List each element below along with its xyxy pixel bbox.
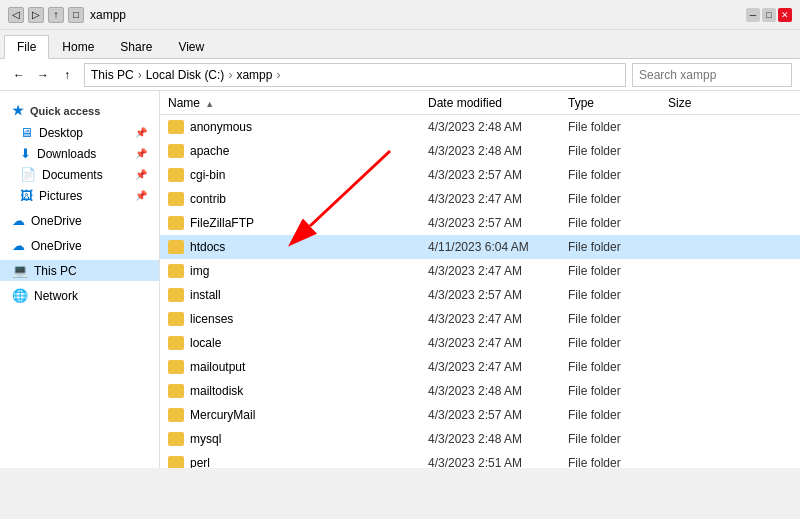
sidebar-item-network[interactable]: 🌐 Network [0,285,159,306]
tab-share[interactable]: Share [107,35,165,58]
col-header-date[interactable]: Date modified [428,96,568,110]
sort-arrow-name: ▲ [205,99,214,109]
sidebar-item-pictures[interactable]: 🖼 Pictures 📌 [0,185,159,206]
sidebar-section-this-pc: 💻 This PC [0,260,159,281]
file-type: File folder [568,216,668,230]
file-type: File folder [568,240,668,254]
sidebar-section-onedrive2: ☁ OneDrive [0,235,159,256]
folder-icon [168,408,184,422]
file-date: 4/3/2023 2:47 AM [428,360,568,374]
file-date: 4/3/2023 2:48 AM [428,144,568,158]
pc-icon: 💻 [12,263,28,278]
back-button[interactable]: ← [8,64,30,86]
search-input[interactable] [632,63,792,87]
table-row[interactable]: perl 4/3/2023 2:51 AM File folder [160,451,800,468]
sidebar-item-documents[interactable]: 📄 Documents 📌 [0,164,159,185]
table-row[interactable]: locale 4/3/2023 2:47 AM File folder [160,331,800,355]
table-row[interactable]: mailoutput 4/3/2023 2:47 AM File folder [160,355,800,379]
title-bar-icons: ◁ ▷ ↑ □ [8,7,84,23]
file-name: perl [190,456,210,468]
documents-icon: 📄 [20,167,36,182]
table-row[interactable]: FileZillaFTP 4/3/2023 2:57 AM File folde… [160,211,800,235]
breadcrumb-sep-2: › [228,68,232,82]
file-date: 4/3/2023 2:48 AM [428,432,568,446]
breadcrumb[interactable]: This PC › Local Disk (C:) › xampp › [84,63,626,87]
close-button[interactable]: ✕ [778,8,792,22]
sidebar-section-quick-access: ★ Quick access 🖥 Desktop 📌 ⬇ Downloads 📌… [0,99,159,206]
file-type: File folder [568,336,668,350]
cloud-icon-2: ☁ [12,238,25,253]
file-type: File folder [568,408,668,422]
col-header-name[interactable]: Name ▲ [168,96,428,110]
tab-home[interactable]: Home [49,35,107,58]
breadcrumb-drive[interactable]: Local Disk (C:) [146,68,225,82]
table-row[interactable]: mailtodisk 4/3/2023 2:48 AM File folder [160,379,800,403]
tab-view[interactable]: View [165,35,217,58]
folder-icon [168,264,184,278]
file-name: mysql [190,432,221,446]
sidebar-item-onedrive1[interactable]: ☁ OneDrive [0,210,159,231]
file-name: img [190,264,209,278]
folder-icon [168,456,184,468]
file-name: install [190,288,221,302]
folder-icon [168,312,184,326]
table-row[interactable]: img 4/3/2023 2:47 AM File folder [160,259,800,283]
pictures-icon: 🖼 [20,188,33,203]
sidebar-section-onedrive1: ☁ OneDrive [0,210,159,231]
nav-icon-4[interactable]: □ [68,7,84,23]
minimize-button[interactable]: ─ [746,8,760,22]
nav-icon-1[interactable]: ◁ [8,7,24,23]
breadcrumb-pc[interactable]: This PC [91,68,134,82]
file-name: apache [190,144,229,158]
file-list-wrapper: Name ▲ Date modified Type Size anonymous… [160,91,800,468]
cloud-icon-1: ☁ [12,213,25,228]
file-date: 4/3/2023 2:48 AM [428,384,568,398]
folder-icon [168,120,184,134]
table-row[interactable]: install 4/3/2023 2:57 AM File folder [160,283,800,307]
pin-icon-downloads: 📌 [135,148,147,159]
file-date: 4/11/2023 6:04 AM [428,240,568,254]
ribbon: File Home Share View [0,30,800,59]
nav-icon-2[interactable]: ▷ [28,7,44,23]
downloads-icon: ⬇ [20,146,31,161]
folder-icon [168,288,184,302]
breadcrumb-sep-3: › [276,68,280,82]
table-row[interactable]: contrib 4/3/2023 2:47 AM File folder [160,187,800,211]
file-type: File folder [568,264,668,278]
file-type: File folder [568,120,668,134]
table-row[interactable]: cgi-bin 4/3/2023 2:57 AM File folder [160,163,800,187]
folder-icon [168,216,184,230]
table-row[interactable]: anonymous 4/3/2023 2:48 AM File folder [160,115,800,139]
file-type: File folder [568,312,668,326]
file-rows: anonymous 4/3/2023 2:48 AM File folder a… [160,115,800,468]
breadcrumb-sep-1: › [138,68,142,82]
table-row[interactable]: htdocs 4/11/2023 6:04 AM File folder [160,235,800,259]
main-area: ★ Quick access 🖥 Desktop 📌 ⬇ Downloads 📌… [0,91,800,468]
star-icon: ★ [12,103,24,118]
file-name: licenses [190,312,233,326]
file-type: File folder [568,384,668,398]
sidebar-item-this-pc[interactable]: 💻 This PC [0,260,159,281]
sidebar-item-onedrive2[interactable]: ☁ OneDrive [0,235,159,256]
file-type: File folder [568,456,668,468]
nav-icon-3[interactable]: ↑ [48,7,64,23]
table-row[interactable]: licenses 4/3/2023 2:47 AM File folder [160,307,800,331]
folder-icon [168,168,184,182]
folder-icon [168,360,184,374]
column-headers: Name ▲ Date modified Type Size [160,91,800,115]
up-button[interactable]: ↑ [56,64,78,86]
folder-icon [168,192,184,206]
maximize-button[interactable]: □ [762,8,776,22]
breadcrumb-folder[interactable]: xampp [236,68,272,82]
sidebar-item-downloads[interactable]: ⬇ Downloads 📌 [0,143,159,164]
col-header-size[interactable]: Size [668,96,792,110]
tab-file[interactable]: File [4,35,49,59]
table-row[interactable]: apache 4/3/2023 2:48 AM File folder [160,139,800,163]
sidebar-item-desktop[interactable]: 🖥 Desktop 📌 [0,122,159,143]
table-row[interactable]: mysql 4/3/2023 2:48 AM File folder [160,427,800,451]
forward-button[interactable]: → [32,64,54,86]
file-type: File folder [568,168,668,182]
col-header-type[interactable]: Type [568,96,668,110]
table-row[interactable]: MercuryMail 4/3/2023 2:57 AM File folder [160,403,800,427]
file-name: cgi-bin [190,168,225,182]
